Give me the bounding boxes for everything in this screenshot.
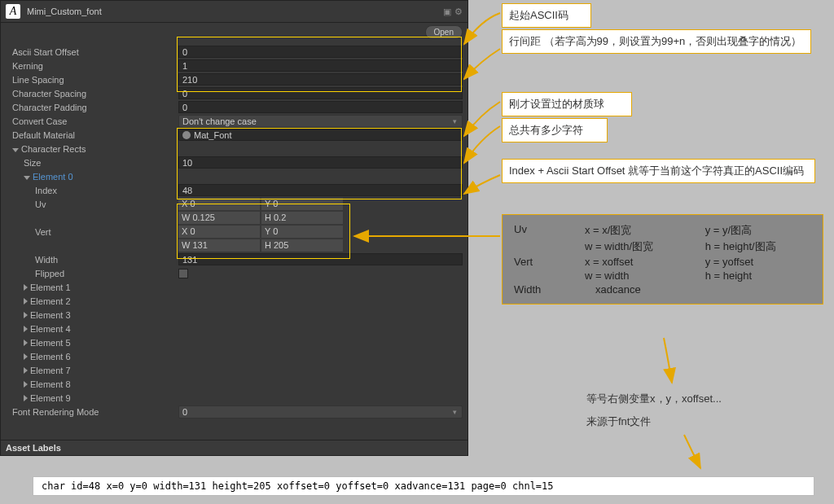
label-element0[interactable]: Element 0 [33, 172, 73, 182]
label-render-mode: Font Rendering Mode [6, 407, 178, 417]
label-ascii-start: Ascii Start Offset [6, 47, 178, 57]
label-element[interactable]: Element 5 [30, 338, 71, 348]
flipped-checkbox[interactable] [178, 269, 188, 278]
size-field[interactable] [178, 156, 463, 169]
render-mode-dropdown[interactable]: 0 [178, 405, 463, 419]
label-char-rects[interactable]: Character Rects [21, 144, 86, 154]
foldout-icon[interactable] [24, 395, 28, 401]
label-element[interactable]: Element 8 [30, 379, 71, 389]
label-convert-case: Convert Case [6, 116, 178, 126]
label-element[interactable]: Element 3 [30, 310, 71, 320]
uv-y-field[interactable]: Y 0 [261, 198, 343, 210]
font-asset-icon: A [6, 4, 20, 19]
foldout-icon[interactable] [24, 298, 28, 305]
properties: Ascii Start Offset Kerning Line Spacing … [1, 42, 467, 422]
default-material-field[interactable]: Mat_Font [178, 129, 463, 141]
ascii-start-field[interactable] [178, 46, 463, 58]
label-element[interactable]: Element 4 [30, 324, 71, 334]
width-field[interactable] [178, 253, 463, 265]
label-flipped: Flipped [6, 269, 178, 278]
foldout-element0-icon[interactable] [24, 176, 30, 180]
foldout-icon[interactable] [24, 326, 28, 332]
note-fnt-file: 来源于fnt文件 [586, 414, 651, 431]
label-width: Width [6, 255, 178, 265]
formula-uv-name: Uv [514, 223, 585, 238]
formula-vert-name: Vert [514, 256, 585, 268]
material-name: Mat_Font [194, 130, 231, 140]
label-element[interactable]: Element 7 [30, 366, 71, 375]
uv-h-field[interactable]: H 0.2 [261, 212, 343, 224]
uv-x-field[interactable]: X 0 [178, 198, 260, 210]
char-spacing-field[interactable] [178, 87, 463, 99]
label-kerning: Kerning [6, 61, 178, 71]
fnt-file-line: char id=48 x=0 y=0 width=131 height=205 … [33, 476, 814, 496]
label-uv: Uv [6, 199, 178, 209]
annotation-ascii: 起始ASCII码 [502, 3, 591, 28]
gear-icon[interactable]: ⚙ [454, 7, 463, 17]
formula-box: Uvx = x/图宽y = y/图高 w = width/图宽h = heigh… [502, 214, 823, 305]
foldout-char-rects-icon[interactable] [12, 148, 19, 152]
foldout-icon[interactable] [24, 353, 28, 360]
formula-width-name: Width [514, 283, 595, 296]
label-index: Index [6, 186, 178, 195]
vert-w-field[interactable]: W 131 [178, 239, 260, 252]
annotation-line-spacing: 行间距 （若字高为99，则设置为99+n，否则出现叠字的情况） [502, 29, 811, 54]
foldout-icon[interactable] [24, 381, 28, 388]
label-vert: Vert [6, 227, 178, 237]
annotation-char-count: 总共有多少字符 [502, 118, 608, 142]
index-field[interactable] [178, 184, 463, 196]
vert-h-field[interactable]: H 205 [261, 239, 343, 252]
asset-title: Mimi_Custom_font [27, 7, 443, 16]
label-element[interactable]: Element 1 [30, 283, 71, 292]
help-icon[interactable]: ▣ [443, 7, 451, 17]
asset-labels-section: Asset Labels [1, 440, 467, 455]
annotation-material: 刚才设置过的材质球 [502, 92, 632, 116]
note-var-source: 等号右侧变量x，y，xoffset... [586, 391, 722, 408]
char-padding-field[interactable] [178, 101, 463, 113]
line-spacing-field[interactable] [178, 73, 463, 85]
label-char-padding: Character Padding [6, 103, 178, 112]
annotation-index: Index + Ascii Start Offset 就等于当前这个字符真正的A… [502, 159, 815, 183]
label-element[interactable]: Element 9 [30, 393, 71, 403]
open-button[interactable]: Open [425, 25, 463, 39]
foldout-icon[interactable] [24, 284, 28, 291]
label-element[interactable]: Element 6 [30, 352, 71, 362]
label-size: Size [6, 158, 178, 168]
convert-case-dropdown[interactable]: Don't change case [178, 115, 463, 128]
foldout-icon[interactable] [24, 312, 28, 318]
label-char-spacing: Character Spacing [6, 89, 178, 99]
vert-y-field[interactable]: Y 0 [261, 226, 343, 238]
foldout-icon[interactable] [24, 340, 28, 346]
label-line-spacing: Line Spacing [6, 75, 178, 85]
uv-w-field[interactable]: W 0.125 [178, 212, 260, 224]
inspector-panel: A Mimi_Custom_font ▣ ⚙ Open Ascii Start … [0, 0, 468, 456]
foldout-icon[interactable] [24, 367, 28, 374]
label-element[interactable]: Element 2 [30, 296, 71, 306]
material-icon [182, 131, 191, 139]
label-default-material: Default Material [6, 130, 178, 140]
kerning-field[interactable] [178, 59, 463, 72]
inspector-header: A Mimi_Custom_font ▣ ⚙ [1, 1, 467, 23]
vert-x-field[interactable]: X 0 [178, 226, 260, 238]
